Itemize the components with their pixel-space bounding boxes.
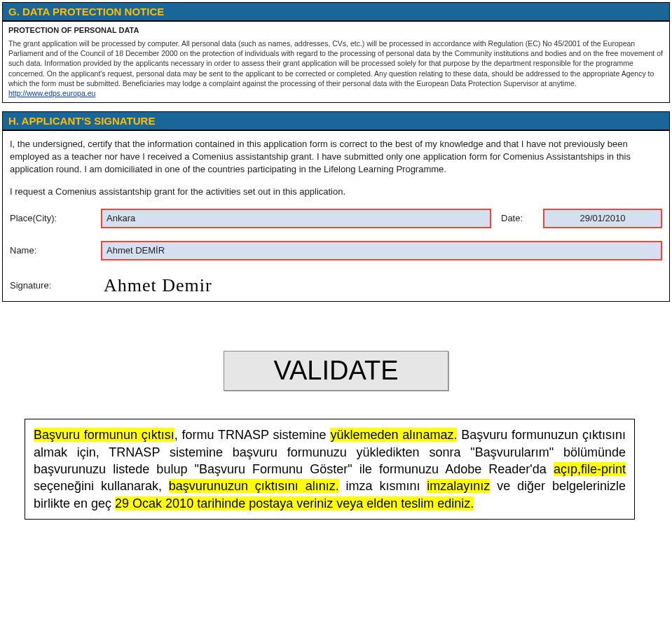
instruction-box: Başvuru formunun çıktısı, formu TRNASP s… <box>25 419 635 519</box>
validate-button[interactable]: VALIDATE <box>224 351 448 391</box>
row-name: Name: Ahmet DEMİR <box>10 241 662 260</box>
instr-s1b: , formu TRNASP sistemine <box>174 428 331 442</box>
instr-s1c: yüklemeden alınamaz. <box>330 428 457 442</box>
instr-s3a: imza kısmını <box>339 479 427 493</box>
input-name[interactable]: Ahmet DEMİR <box>101 241 662 260</box>
declaration-p1: I, the undersigned, certify that the inf… <box>10 138 662 176</box>
protection-title: PROTECTION OF PERSONAL DATA <box>8 26 664 34</box>
instr-s2b: açıp,file-print <box>554 462 626 476</box>
row-place-date: Place(City): Ankara Date: 29/01/2010 <box>10 209 662 228</box>
section-h-body: I, the undersigned, certify that the inf… <box>2 130 670 302</box>
input-place[interactable]: Ankara <box>101 209 491 228</box>
label-date: Date: <box>494 212 543 225</box>
row-signature: Signature: Ahmet Demir <box>10 273 662 298</box>
section-h-header: H. APPLICANT'S SIGNATURE <box>2 111 670 130</box>
declaration-p2: I request a Comenius assistantship grant… <box>10 186 662 198</box>
section-g-body: PROTECTION OF PERSONAL DATA The grant ap… <box>2 21 670 103</box>
section-g-header: G. DATA PROTECTION NOTICE <box>2 2 670 21</box>
input-date[interactable]: 29/01/2010 <box>543 209 662 228</box>
signature-value: Ahmet Demir <box>101 273 212 298</box>
instr-s3b: imzalayınız <box>427 479 490 493</box>
protection-body: The grant application will be processed … <box>8 39 664 88</box>
instr-s2d: başvurunuzun çıktısını alınız. <box>169 479 339 493</box>
label-signature: Signature: <box>10 279 101 292</box>
label-name: Name: <box>10 244 101 257</box>
instr-s3d: 29 Ocak 2010 tarihinde postaya veriniz v… <box>115 496 474 510</box>
label-place: Place(City): <box>10 212 101 225</box>
instr-s2c: seçeneğini kullanarak, <box>34 479 169 493</box>
edps-link[interactable]: http://www.edps.europa.eu <box>8 89 95 97</box>
instr-s1a: Başvuru formunun çıktısı <box>34 428 174 442</box>
